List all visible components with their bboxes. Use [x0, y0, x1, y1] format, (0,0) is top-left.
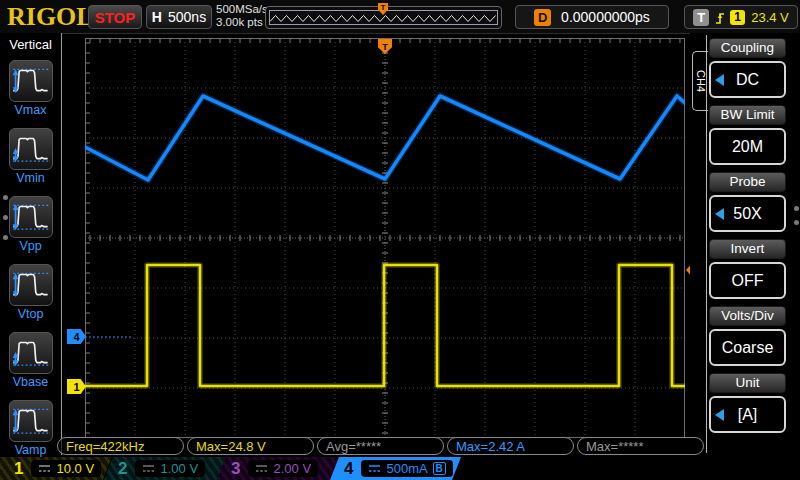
channel-4-scale: 500mA [386, 461, 427, 476]
measurement-slot-5[interactable]: Max=***** [577, 437, 704, 455]
channel-bar: 1 10.0 V 2 1.00 V 3 2. [0, 457, 800, 480]
dc-coupling-icon [38, 463, 51, 474]
coupling-label: Coupling [709, 38, 786, 58]
channel-4-indicator[interactable]: 4 500mA B [330, 457, 461, 480]
timebase-value: 500ns [168, 9, 206, 25]
acquisition-info: 500MSa/s 3.00k pts [216, 3, 268, 29]
voltsdiv-label: Volts/Div [709, 306, 786, 326]
channel-3-scale: 2.00 V [273, 461, 311, 476]
unit-label: Unit [709, 373, 786, 393]
channel-4-number: 4 [344, 459, 353, 479]
channel-3-indicator[interactable]: 3 2.00 V [217, 457, 339, 480]
channel-2-indicator[interactable]: 2 1.00 V [104, 457, 226, 480]
vmin-label: Vmin [0, 171, 61, 185]
delay-display[interactable]: D 0.00000000ps [515, 5, 669, 29]
rigol-logo: RIGOL [7, 2, 94, 32]
unit-value-button[interactable]: [A] [709, 396, 786, 433]
left-measure-menu: Vertical Vmax Vmin Vpp Vtop Vbase Vamp [0, 33, 62, 455]
unit-item: Unit [A] [709, 373, 786, 433]
vmin-item: Vmin [0, 128, 61, 185]
vamp-button[interactable] [9, 400, 53, 442]
vtop-label: Vtop [0, 307, 61, 321]
horizontal-timebase[interactable]: H 500ns [146, 5, 212, 29]
channel-2-number: 2 [118, 459, 127, 479]
invert-item: Invert OFF [709, 239, 786, 299]
delay-icon: D [534, 9, 551, 26]
vamp-icon [10, 401, 52, 439]
page-dot [3, 215, 8, 220]
coupling-item: Coupling DC [709, 38, 786, 98]
measurement-slot-3[interactable]: Avg=***** [317, 437, 444, 455]
dc-coupling-icon [255, 463, 268, 474]
run-stop-status[interactable]: STOP [88, 5, 142, 29]
channel-3-number: 3 [231, 459, 240, 479]
vmin-button[interactable] [9, 128, 53, 170]
page-dot [3, 235, 8, 240]
vtop-icon [10, 265, 52, 303]
dc-coupling-icon [142, 463, 155, 474]
vamp-item: Vamp [0, 400, 61, 457]
bw-limit-badge: B [433, 462, 446, 475]
h-label: H [152, 9, 162, 25]
vmax-button[interactable] [9, 60, 53, 102]
page-dot [794, 220, 799, 225]
top-bar: RIGOL STOP H 500ns 500MSa/s 3.00k pts T … [0, 0, 800, 34]
left-arrow-icon [715, 208, 724, 220]
channel-1-indicator[interactable]: 1 10.0 V [0, 457, 112, 480]
bwlimit-item: BW Limit 20M [709, 105, 786, 165]
bwlimit-label: BW Limit [709, 105, 786, 125]
rising-edge-icon [714, 10, 726, 25]
bwlimit-value-button[interactable]: 20M [709, 128, 786, 165]
channel-1-scale: 10.0 V [56, 461, 94, 476]
measurement-slot-1[interactable]: Freq=422kHz [57, 437, 184, 455]
invert-value-button[interactable]: OFF [709, 262, 786, 299]
sample-rate: 500MSa/s [216, 3, 268, 16]
left-menu-title: Vertical [0, 33, 61, 52]
measurement-slot-4[interactable]: Max=2.42 A [447, 437, 574, 455]
vamp-label: Vamp [0, 443, 61, 457]
memory-depth: 3.00k pts [216, 16, 268, 29]
coupling-value-button[interactable]: DC [709, 61, 786, 98]
invert-label: Invert [709, 239, 786, 259]
ch1-zero-marker[interactable]: 1 [67, 379, 86, 394]
left-arrow-icon [715, 409, 724, 421]
trigger-t-badge: T [693, 9, 709, 26]
channel-2-scale: 1.00 V [160, 461, 198, 476]
voltsdiv-item: Volts/Div Coarse [709, 306, 786, 366]
vpp-icon [10, 197, 52, 235]
trigger-level-value: 23.4 V [751, 10, 789, 25]
vmax-icon [10, 61, 52, 99]
probe-value-button[interactable]: 50X [709, 195, 786, 232]
vpp-label: Vpp [0, 239, 61, 253]
page-dot [794, 206, 799, 211]
ch4-zero-marker[interactable]: 4 [67, 329, 86, 344]
vpp-item: Vpp [0, 196, 61, 253]
vbase-icon [10, 333, 52, 371]
vmin-icon [10, 129, 52, 167]
probe-item: Probe 50X [709, 172, 786, 232]
probe-label: Probe [709, 172, 786, 192]
channel-1-number: 1 [14, 459, 23, 479]
delay-value: 0.00000000ps [561, 9, 650, 25]
measurement-slot-2[interactable]: Max=24.8 V [187, 437, 314, 455]
vmax-item: Vmax [0, 60, 61, 117]
voltsdiv-value-button[interactable]: Coarse [709, 329, 786, 366]
vbase-label: Vbase [0, 375, 61, 389]
waveform-display [85, 38, 685, 438]
trigger-source-badge: 1 [730, 10, 745, 25]
vpp-button[interactable] [9, 196, 53, 238]
vbase-item: Vbase [0, 332, 61, 389]
vtop-item: Vtop [0, 264, 61, 321]
waveform-preview-strip[interactable]: T [265, 6, 502, 29]
ch4-tab: CH4 [692, 51, 708, 111]
oscilloscope-screen: RIGOL STOP H 500ns 500MSa/s 3.00k pts T … [0, 0, 800, 480]
left-arrow-icon [715, 74, 724, 86]
vtop-button[interactable] [9, 264, 53, 306]
dc-coupling-icon [368, 463, 381, 474]
ch4-menu: CH4 Coupling DC BW Limit 20M Probe 50X I… [690, 33, 800, 455]
vbase-button[interactable] [9, 332, 53, 374]
trigger-info[interactable]: T 1 23.4 V [684, 5, 798, 29]
vmax-label: Vmax [0, 103, 61, 117]
page-dot [3, 195, 8, 200]
